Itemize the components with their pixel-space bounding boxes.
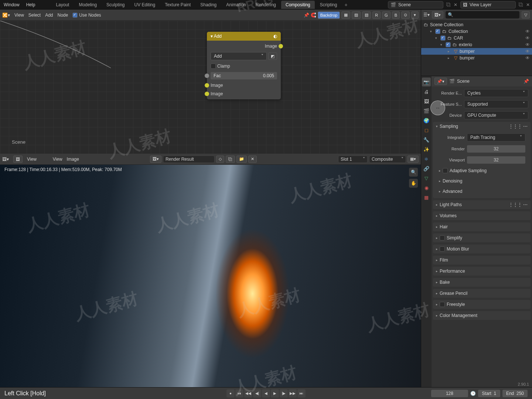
outliner-filter-icon[interactable]: ▽ <box>522 11 530 18</box>
outliner-type-icon[interactable]: ☰▾ <box>423 12 430 17</box>
eye-icon[interactable]: 👁 <box>525 29 530 34</box>
section-grease-pencil[interactable]: ▸Grease Pencil <box>433 289 531 298</box>
tab-scene[interactable]: 🎬 <box>422 106 431 115</box>
img-menu-view2[interactable]: View <box>53 157 62 162</box>
pan-icon[interactable]: ✋ <box>409 179 418 188</box>
img-open-icon[interactable]: 📁 <box>236 156 247 163</box>
ws-compositing[interactable]: Compositing <box>281 1 315 9</box>
pin-prop-icon[interactable]: 📌 <box>524 79 529 84</box>
tl-auto-key[interactable]: ● <box>226 389 235 398</box>
img-unlink-icon[interactable]: ✕ <box>248 156 257 163</box>
tab-output[interactable]: 🖨 <box>422 87 431 96</box>
channel-b[interactable]: B <box>392 11 400 19</box>
ws-shading[interactable]: Shading <box>196 1 221 9</box>
img-link-icon[interactable]: ◇ <box>216 156 224 163</box>
tl-jump-start[interactable]: ⏮ <box>235 389 243 398</box>
ws-layout[interactable]: Layout <box>51 1 74 9</box>
tab-viewlayer[interactable]: 🖼 <box>422 97 431 106</box>
section-simplify[interactable]: ▸Simplify <box>433 233 531 242</box>
socket-out-image[interactable] <box>279 44 283 48</box>
section-light-paths[interactable]: ▸Light Paths⋮⋮⋮ ⋯ <box>433 200 531 209</box>
render-engine-select[interactable]: Cycles˅ <box>464 89 528 97</box>
use-nodes-checkbox[interactable] <box>72 13 78 18</box>
chevron-down-icon[interactable]: ▾ <box>440 43 444 47</box>
section-film[interactable]: ▸Film <box>433 256 531 265</box>
channel-btn-2[interactable]: ▨ <box>352 11 361 19</box>
section-color-mgmt[interactable]: ▸Color Management <box>433 311 531 320</box>
section-adaptive[interactable]: ▸Adaptive Sampling <box>436 166 528 175</box>
pass-selector[interactable]: Composite˅ <box>369 156 406 163</box>
tree-scene-collection[interactable]: 🗀 Scene Collection <box>421 21 532 28</box>
tree-collection[interactable]: ▾ 🗀 Collection 👁 <box>421 28 532 35</box>
render-viewport[interactable]: Frame:128 | Time:00:16.33 | Mem:519.00M,… <box>0 165 421 399</box>
img-display-icon[interactable]: ▦▾ <box>407 156 419 163</box>
slot-selector[interactable]: Slot 1˅ <box>338 156 368 163</box>
menu-help[interactable]: Help <box>26 2 35 7</box>
node-alpha-toggle[interactable]: ◩ <box>268 52 277 60</box>
editor-type-icon[interactable]: 🔀▾ <box>2 13 10 18</box>
tab-data[interactable]: ▽ <box>422 174 431 183</box>
snap-icon[interactable]: 🧲 <box>311 13 316 18</box>
node-editor-viewport[interactable]: ▾ Add ◐ Image Add˅ ◩ <box>0 21 421 154</box>
image-editor-type-icon[interactable]: 🖼▾ <box>2 157 9 162</box>
tl-jump-end[interactable]: ⏭ <box>297 389 306 398</box>
fac-input[interactable]: Fac0.005 <box>211 72 277 79</box>
section-freestyle[interactable]: ▸Freestyle <box>433 300 531 309</box>
channel-btn-1[interactable]: ▦ <box>341 11 350 19</box>
section-denoising[interactable]: ▸Denoising <box>436 177 528 185</box>
viewlayer-close-icon[interactable]: ✕ <box>526 2 530 7</box>
section-sampling-header[interactable]: ▾Sampling ⋮⋮⋮ ⋯ <box>433 122 531 131</box>
tab-physics[interactable]: ⚛ <box>422 154 431 163</box>
img-menu-view1[interactable]: View <box>27 157 37 162</box>
scene-new-icon[interactable]: ⿻ <box>446 2 451 7</box>
channel-extra-2[interactable]: ▾ <box>411 11 419 19</box>
section-motion-blur[interactable]: ▸Motion Blur <box>433 245 531 253</box>
clock-icon[interactable]: 🕒 <box>470 391 476 396</box>
tree-exterio[interactable]: ▾ 🗀 exterio 👁 <box>421 41 532 48</box>
node-menu-add[interactable]: Add <box>45 13 53 18</box>
viewlayer-selector[interactable]: 🖼 View Layer <box>460 1 516 8</box>
node-header[interactable]: ▾ Add ◐ <box>207 32 281 41</box>
tree-bumper2[interactable]: ▸ ▽ bumper 👁 <box>421 55 532 61</box>
tree-car[interactable]: ▾ 🗀 CAR 👁 <box>421 35 532 41</box>
eye-icon[interactable]: 👁 <box>525 35 530 41</box>
device-select[interactable]: GPU Compute˅ <box>464 111 528 119</box>
section-hair[interactable]: ▸Hair <box>433 222 531 231</box>
outliner-search[interactable]: 🔍 <box>446 11 519 18</box>
ws-modeling[interactable]: Modeling <box>74 1 101 9</box>
node-menu-view[interactable]: View <box>14 13 24 18</box>
node-menu-select[interactable]: Select <box>28 13 41 18</box>
tab-object[interactable]: ◻ <box>422 126 431 134</box>
section-volumes[interactable]: ▸Volumes <box>433 211 531 220</box>
tl-frame-next[interactable]: |▶ <box>280 389 288 398</box>
tab-particle[interactable]: ✨ <box>422 145 431 154</box>
render-samples[interactable]: 32 <box>467 145 525 153</box>
tab-constraint[interactable]: 🔗 <box>422 164 431 173</box>
pin-icon[interactable]: 📌 <box>304 13 309 18</box>
mix-node[interactable]: ▾ Add ◐ Image Add˅ ◩ <box>207 32 281 99</box>
tl-key-next[interactable]: ▶▶ <box>289 389 297 398</box>
tl-play-rev[interactable]: ◀ <box>262 389 270 398</box>
image-mode-icon[interactable]: 🖼 <box>13 156 23 163</box>
socket-image1[interactable] <box>205 83 209 88</box>
eye-icon[interactable]: 👁 <box>525 55 530 61</box>
end-frame[interactable]: End 250 <box>502 390 528 397</box>
img-new-icon[interactable]: ⿻ <box>226 156 235 163</box>
chevron-right-icon[interactable]: ▸ <box>448 56 451 60</box>
chevron-right-icon[interactable]: ▸ <box>448 50 451 53</box>
tab-world[interactable]: 🌍 <box>422 116 431 125</box>
socket-image2[interactable] <box>205 92 209 96</box>
menu-window[interactable]: Window <box>4 2 20 7</box>
scene-selector[interactable]: 🎬 Scene <box>388 1 443 8</box>
ws-animation[interactable]: Animation <box>222 1 250 9</box>
current-frame[interactable]: 128 <box>431 390 468 397</box>
ws-scripting[interactable]: Scripting <box>316 1 342 9</box>
tab-render[interactable]: 📷 <box>422 78 431 86</box>
render-result-field[interactable]: Render Result <box>163 156 215 163</box>
ws-sculpting[interactable]: Sculpting <box>102 1 129 9</box>
collection-check[interactable] <box>435 29 440 34</box>
tl-play[interactable]: ▶ <box>271 389 279 398</box>
props-pin-icon[interactable]: 📌▾ <box>434 78 447 85</box>
chevron-down-icon[interactable]: ▾ <box>430 30 434 33</box>
chevron-down-icon[interactable]: ▾ <box>435 36 439 40</box>
